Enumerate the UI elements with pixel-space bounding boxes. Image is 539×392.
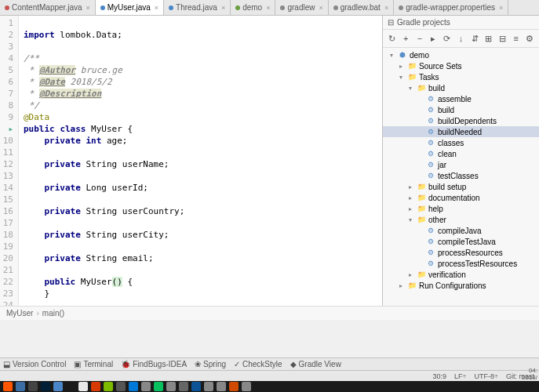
- toolbar-button[interactable]: ⇵: [468, 32, 481, 45]
- tree-item[interactable]: ▸📁Source Sets: [383, 60, 539, 71]
- tree-item[interactable]: ⚙compileJava: [383, 225, 539, 236]
- taskbar-app-icon[interactable]: [166, 382, 176, 391]
- file-encoding[interactable]: UTF-8÷: [475, 372, 498, 380]
- editor-tab[interactable]: gradlew×: [275, 0, 328, 15]
- taskbar-app-icon[interactable]: [191, 382, 201, 391]
- tree-node-icon: 📁: [417, 204, 426, 213]
- tool-window-tab[interactable]: ❀Spring: [195, 360, 226, 368]
- taskbar-app-icon[interactable]: [229, 382, 239, 391]
- tree-item[interactable]: ⚙testClasses: [383, 170, 539, 181]
- editor-tab[interactable]: ContentMapper.java×: [0, 0, 96, 15]
- taskbar-app-icon[interactable]: [53, 382, 63, 391]
- taskbar-app-icon[interactable]: [41, 382, 50, 391]
- editor-tab[interactable]: MyUser.java×: [96, 0, 164, 15]
- toolbar-button[interactable]: ↓: [455, 32, 468, 45]
- tree-arrow-icon[interactable]: ▾: [406, 216, 414, 223]
- tree-item[interactable]: ⚙build: [383, 104, 539, 115]
- tree-item[interactable]: ▸📁Run Configurations: [383, 280, 539, 291]
- close-icon[interactable]: ×: [384, 4, 388, 12]
- toolbar-button[interactable]: ⚙: [523, 32, 536, 45]
- taskbar-app-icon[interactable]: [179, 382, 188, 391]
- taskbar-app-icon[interactable]: [16, 382, 25, 391]
- taskbar-app-icon[interactable]: [66, 382, 75, 391]
- tree-arrow-icon[interactable]: ▾: [388, 52, 395, 59]
- tree-item[interactable]: ▾📁build: [383, 82, 539, 93]
- editor-tab[interactable]: Thread.java×: [164, 0, 231, 15]
- tree-item[interactable]: ▾📁Tasks: [383, 71, 539, 82]
- tree-item[interactable]: ▾⬢demo: [383, 49, 539, 60]
- code-editor[interactable]: 123456789▸ 10111213141516171819202122232…: [0, 16, 382, 306]
- close-icon[interactable]: ×: [319, 4, 322, 12]
- taskbar-app-icon[interactable]: [129, 382, 138, 391]
- tool-window-tab[interactable]: ▣Terminal: [74, 360, 113, 368]
- tree-arrow-icon[interactable]: ▸: [406, 205, 414, 212]
- tree-node-icon: 📁: [407, 72, 417, 82]
- tree-node-icon: ⬢: [398, 50, 407, 60]
- editor-tab[interactable]: demo×: [231, 0, 275, 15]
- close-icon[interactable]: ×: [155, 4, 158, 12]
- close-icon[interactable]: ×: [499, 4, 503, 12]
- tree-item[interactable]: ▾📁other: [383, 214, 539, 225]
- taskbar-app-icon[interactable]: [204, 382, 213, 391]
- tree-arrow-icon[interactable]: ▸: [406, 271, 414, 278]
- tree-node-icon: ⚙: [426, 259, 435, 268]
- tool-window-tab[interactable]: ◆Gradle View: [290, 360, 341, 368]
- taskbar-app-icon[interactable]: [78, 382, 88, 391]
- tree-item[interactable]: ▸📁verification: [383, 269, 539, 280]
- toolbar-button[interactable]: ⊞: [483, 32, 495, 45]
- toolbar-button[interactable]: ↻: [386, 32, 399, 45]
- tree-item[interactable]: ▸📁build setup: [383, 181, 539, 192]
- code-area[interactable]: import lombok.Data; /** * @Author bruce.…: [19, 16, 382, 306]
- tree-item[interactable]: ⚙processResources: [383, 247, 539, 258]
- breadcrumb[interactable]: MyUser›main(): [0, 306, 539, 320]
- toolbar-button[interactable]: +: [400, 32, 413, 45]
- taskbar-app-icon[interactable]: [91, 382, 100, 391]
- line-separator[interactable]: LF÷: [454, 372, 466, 380]
- taskbar-app-icon[interactable]: [3, 382, 13, 391]
- close-icon[interactable]: ×: [266, 4, 270, 12]
- tree-item[interactable]: ⚙classes: [383, 137, 539, 148]
- tree-node-icon: ⚙: [426, 94, 435, 103]
- tree-item[interactable]: ⚙processTestResources: [383, 258, 539, 269]
- toolbar-button[interactable]: ≡: [510, 32, 523, 45]
- tree-node-icon: 📁: [417, 193, 426, 202]
- windows-taskbar: [0, 381, 539, 392]
- taskbar-app-icon[interactable]: [116, 382, 126, 391]
- editor-tab[interactable]: gradle-wrapper.properties×: [394, 0, 508, 15]
- tree-arrow-icon[interactable]: ▸: [406, 194, 414, 201]
- tool-window-tab[interactable]: ✓CheckStyle: [234, 360, 282, 368]
- tree-node-icon: 📁: [407, 61, 417, 71]
- taskbar-app-icon[interactable]: [217, 382, 226, 391]
- tree-arrow-icon[interactable]: ▸: [397, 282, 405, 289]
- tree-arrow-icon[interactable]: ▾: [406, 85, 414, 92]
- toolbar-button[interactable]: ⊟: [496, 32, 508, 45]
- file-type-icon: [100, 5, 105, 10]
- toolbar-button[interactable]: −: [413, 32, 426, 45]
- tree-arrow-icon[interactable]: ▸: [406, 183, 414, 191]
- tool-window-tab[interactable]: 🐞FindBugs-IDEA: [121, 360, 187, 368]
- tree-arrow-icon[interactable]: ▸: [397, 63, 405, 70]
- tree-arrow-icon[interactable]: ▾: [397, 74, 405, 81]
- tree-item[interactable]: ⚙clean: [383, 148, 539, 159]
- taskbar-app-icon[interactable]: [242, 382, 251, 391]
- tree-item[interactable]: ▸📁documentation: [383, 192, 539, 203]
- tree-item[interactable]: ⚙buildNeeded: [383, 126, 539, 137]
- close-icon[interactable]: ×: [86, 4, 90, 12]
- toolbar-button[interactable]: ⟳: [441, 32, 453, 45]
- taskbar-app-icon[interactable]: [28, 382, 38, 391]
- tree-item[interactable]: ▸📁help: [383, 203, 539, 214]
- editor-tab[interactable]: gradlew.bat×: [329, 0, 394, 15]
- tree-node-icon: 📁: [417, 270, 426, 279]
- tree-item[interactable]: ⚙buildDependents: [383, 115, 539, 126]
- file-type-icon: [333, 5, 338, 10]
- taskbar-app-icon[interactable]: [104, 382, 113, 391]
- gradle-panel: ⊟Gradle projects ↻+−▸⟳↓⇵⊞⊟≡⚙ ▾⬢demo▸📁Sou…: [382, 16, 539, 306]
- taskbar-app-icon[interactable]: [154, 382, 163, 391]
- tree-item[interactable]: ⚙compileTestJava: [383, 236, 539, 247]
- close-icon[interactable]: ×: [221, 4, 225, 12]
- tree-item[interactable]: ⚙assemble: [383, 93, 539, 104]
- tool-window-tab[interactable]: ⬓Version Control: [3, 360, 66, 368]
- toolbar-button[interactable]: ▸: [428, 32, 440, 45]
- taskbar-app-icon[interactable]: [141, 382, 151, 391]
- tree-item[interactable]: ⚙jar: [383, 159, 539, 170]
